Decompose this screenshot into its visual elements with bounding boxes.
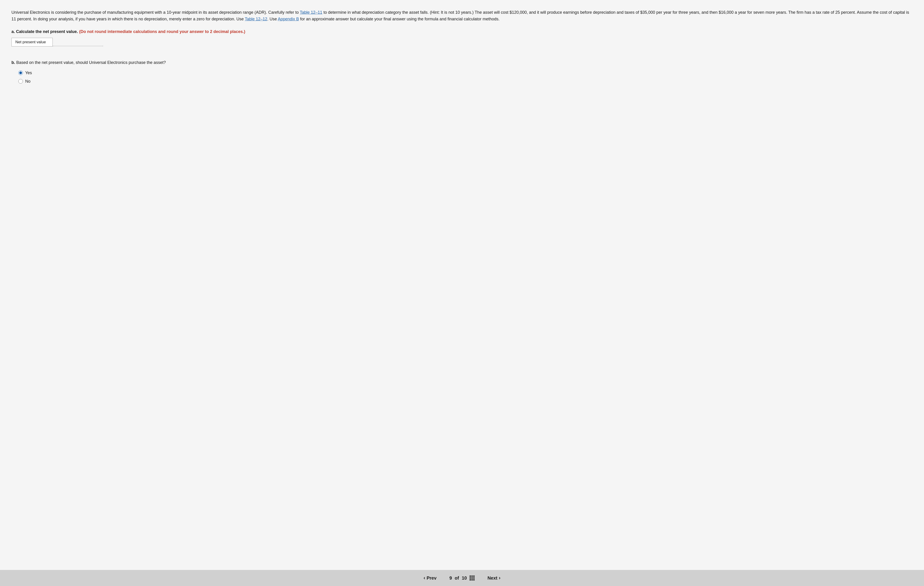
- radio-group: Yes No: [18, 71, 912, 84]
- prev-button[interactable]: ‹ Prev: [420, 573, 440, 583]
- radio-no-input[interactable]: [18, 79, 23, 84]
- table-12-11-link[interactable]: Table 12–11: [300, 10, 322, 15]
- part-b-label: b.: [12, 60, 15, 65]
- net-present-value-input[interactable]: [53, 38, 103, 46]
- total-pages: 10: [462, 576, 467, 581]
- radio-no-label: No: [25, 79, 30, 84]
- radio-yes-label: Yes: [25, 71, 32, 75]
- bold-instruction: (Do not round intermediate calculations …: [79, 29, 245, 34]
- current-page: 9: [449, 576, 452, 581]
- net-present-value-label: Net present value: [12, 38, 53, 46]
- radio-yes-input[interactable]: [18, 71, 23, 75]
- part-b-section: b. Based on the net present value, shoul…: [12, 60, 912, 84]
- question-body: Universal Electronics is considering the…: [12, 9, 912, 23]
- page-info: 9 of 10: [449, 576, 475, 581]
- next-chevron-icon: ›: [499, 575, 500, 581]
- radio-no[interactable]: No: [18, 79, 912, 84]
- prev-chevron-icon: ‹: [424, 575, 425, 581]
- net-present-value-row: Net present value: [12, 38, 912, 46]
- part-b-question: b. Based on the net present value, shoul…: [12, 60, 912, 65]
- page-of: of: [455, 576, 459, 581]
- main-content: Universal Electronics is considering the…: [0, 0, 924, 586]
- radio-yes[interactable]: Yes: [18, 71, 912, 75]
- part-a-label: a. Calculate the net present value. (Do …: [12, 29, 912, 34]
- prev-label: Prev: [427, 576, 437, 581]
- table-12-12-link[interactable]: Table 12–12: [245, 17, 267, 21]
- appendix-b-link[interactable]: Appendix B: [278, 17, 299, 21]
- next-label: Next: [487, 576, 497, 581]
- next-button[interactable]: Next ›: [484, 573, 504, 583]
- bottom-nav: ‹ Prev 9 of 10 Next ›: [0, 570, 924, 586]
- grid-icon: [470, 576, 475, 581]
